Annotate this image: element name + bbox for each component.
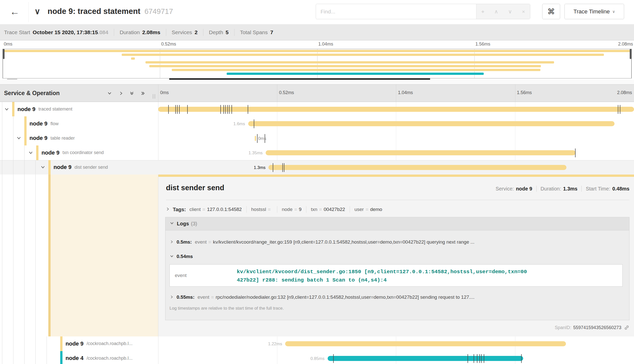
log-marker-tick xyxy=(618,105,618,114)
view-selector-button[interactable]: Trace Timeline ∨ xyxy=(564,4,624,19)
log-marker-tick xyxy=(168,105,169,114)
span-duration-bar[interactable] xyxy=(255,136,256,141)
span-duration-bar[interactable] xyxy=(285,341,566,346)
span-name[interactable]: node 9txn coordinator send xyxy=(41,145,104,160)
span-color-bar xyxy=(60,351,62,364)
span-duration-bar[interactable] xyxy=(248,121,615,126)
minimap-span-bar xyxy=(3,50,631,52)
column-resize-grip[interactable] xyxy=(153,94,155,99)
detail-span-meta: Service:node 9 Duration:1.3ms Start Time… xyxy=(496,186,629,192)
indent-guide xyxy=(47,351,47,364)
next-match-icon[interactable]: ∨ xyxy=(508,9,512,15)
find-input[interactable] xyxy=(316,4,476,19)
log-marker-tick xyxy=(521,354,522,363)
chevron-right-icon xyxy=(170,239,174,245)
span-color-bar xyxy=(36,145,38,160)
span-name[interactable]: node 9table reader xyxy=(30,131,75,145)
indent-guide xyxy=(2,351,2,364)
span-collapse-chevron-icon[interactable] xyxy=(41,165,45,169)
link-icon[interactable] xyxy=(624,325,629,330)
chevron-down-icon xyxy=(170,254,174,259)
span-collapse-chevron-icon[interactable] xyxy=(17,136,21,140)
log-field-key: event xyxy=(175,273,186,278)
span-duration-bar[interactable] xyxy=(268,165,566,170)
logs-header[interactable]: Logs (3) xyxy=(165,217,629,230)
log-marker-tick xyxy=(175,105,176,114)
expand-one-icon[interactable] xyxy=(118,90,124,97)
span-collapse-chevron-icon[interactable] xyxy=(29,151,33,155)
detail-span-title: dist sender send xyxy=(166,184,224,192)
minimap-tick-label: 1.56ms xyxy=(475,41,490,47)
span-name[interactable]: node 9flow xyxy=(30,116,59,131)
span-duration-bar[interactable] xyxy=(266,150,576,155)
span-name[interactable]: node 4/cockroach.roachpb.I... xyxy=(66,351,133,364)
minimap-stub-bar xyxy=(7,79,17,80)
detail-row-name-column xyxy=(0,175,158,336)
span-row: node 9dist sender send1.3ms xyxy=(0,160,634,175)
indent-guide xyxy=(24,160,25,175)
span-name[interactable]: node 9traced statement xyxy=(17,102,72,116)
span-name[interactable]: node 9/cockroach.roachpb.I... xyxy=(66,336,133,351)
keyboard-shortcuts-button[interactable]: ⌘ xyxy=(542,4,560,19)
log-marker-tick xyxy=(257,134,258,143)
chevron-right-icon xyxy=(170,294,174,300)
span-duration-label: 0ms xyxy=(258,136,266,141)
span-detail-panel: dist sender send Service:node 9 Duration… xyxy=(158,175,634,336)
collapse-all-icon[interactable] xyxy=(129,90,135,97)
indent-guide xyxy=(13,160,13,175)
span-collapse-chevron-icon[interactable] xyxy=(5,107,9,111)
back-button[interactable]: ← xyxy=(7,4,23,20)
minimap-span-bar xyxy=(131,57,135,60)
log-marker-tick xyxy=(254,119,254,128)
span-duration-label: 1.3ms xyxy=(254,165,265,170)
timeline-tick-label: 2.08ms xyxy=(617,90,632,95)
expand-all-icon[interactable] xyxy=(140,90,146,97)
match-locate-icon[interactable]: ⌖ xyxy=(481,9,484,15)
chevron-right-icon xyxy=(166,207,170,212)
log-marker-tick xyxy=(231,105,232,114)
prev-match-icon[interactable]: ∧ xyxy=(494,9,498,15)
page-title: node 9: traced statement6749717 xyxy=(48,7,173,16)
indent-guide xyxy=(2,160,2,175)
trace-id: 6749717 xyxy=(144,7,173,15)
clear-find-icon[interactable]: × xyxy=(522,9,525,15)
span-color-bar xyxy=(24,116,27,131)
indent-guide xyxy=(47,336,47,351)
log-entry[interactable]: 0.55ms: event = rpc/nodedialer/nodediale… xyxy=(165,291,629,303)
log-marker-tick xyxy=(481,354,482,363)
indent-guide xyxy=(2,336,2,351)
span-row: node 4/cockroach.roachpb.I...0.85ms xyxy=(0,351,634,364)
indent-guide xyxy=(35,351,36,364)
span-duration-bar[interactable] xyxy=(328,356,523,361)
span-row: node 9flow1.6ms xyxy=(0,116,634,131)
left-scrubber-handle[interactable] xyxy=(3,49,5,59)
trace-collapse-chevron-icon[interactable]: ∨ xyxy=(34,7,40,16)
log-marker-tick xyxy=(484,354,484,363)
trace-timeline-page: ← ∨ node 9: traced statement6749717 ⌖ ∧ … xyxy=(0,0,634,364)
span-name[interactable]: node 9dist sender send xyxy=(54,160,108,175)
minimap-viewport-bar[interactable] xyxy=(169,78,430,80)
log-entry-expanded-header[interactable]: 0.54ms xyxy=(165,251,629,262)
indent-guide xyxy=(2,116,2,131)
minimap-span-bar xyxy=(149,65,541,67)
span-color-bar xyxy=(48,160,51,175)
tags-row[interactable]: Tags: client=127.0.0.1:54582hostssl=node… xyxy=(166,204,629,215)
log-entry[interactable]: 0.5ms: event = kv/kvclient/kvcoord/range… xyxy=(165,236,629,248)
indent-guide xyxy=(35,175,36,336)
minimap-span-bar xyxy=(227,73,484,75)
tag-item: txn=00427b22 xyxy=(311,207,345,212)
trace-summary-bar: Trace StartOctober 15 2020, 17:38:15.084… xyxy=(0,25,634,40)
right-scrubber-handle[interactable] xyxy=(630,49,631,59)
span-row: node 9table reader0ms xyxy=(0,131,634,145)
indent-guide xyxy=(13,336,13,351)
trace-total-spans: Total Spans7 xyxy=(240,29,273,35)
collapse-one-icon[interactable] xyxy=(106,90,113,97)
log-marker-tick xyxy=(333,354,334,363)
log-marker-tick xyxy=(284,163,284,172)
timeline-minimap[interactable] xyxy=(3,49,632,78)
tag-item: hostssl= xyxy=(251,207,272,212)
logs-footnote: Log timestamps are relative to the start… xyxy=(165,303,629,311)
minimap-tick-label: 0ms xyxy=(4,41,12,47)
command-icon: ⌘ xyxy=(547,7,555,16)
minimap-ruler: 0ms0.52ms1.04ms1.56ms2.08ms xyxy=(0,40,634,49)
